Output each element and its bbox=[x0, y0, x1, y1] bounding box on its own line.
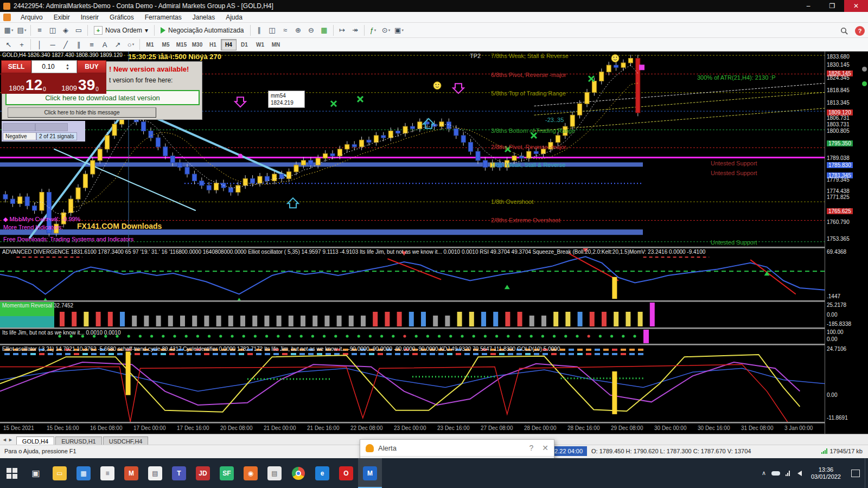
price-axis[interactable]: 1833.6801830.1451826.1451824.3451818.845… bbox=[825, 52, 868, 434]
opera-icon[interactable]: O bbox=[334, 458, 358, 488]
cursor-tool[interactable]: ↖ bbox=[2, 38, 15, 51]
indicators-icon[interactable]: ƒ▾ bbox=[367, 24, 380, 37]
timeframe-m1[interactable]: M1 bbox=[142, 39, 158, 50]
maximize-button[interactable]: ❐ bbox=[820, 0, 844, 12]
chart-window[interactable]: GOLD,H4 1826.340 1827.430 1808.390 1809.… bbox=[0, 52, 868, 434]
its-life-jim-panel[interactable] bbox=[0, 329, 825, 344]
timeframe-m15[interactable]: M15 bbox=[174, 39, 189, 50]
metatrader5-icon[interactable]: M bbox=[358, 458, 382, 488]
timeframe-m30[interactable]: M30 bbox=[189, 39, 205, 50]
lot-down-icon[interactable]: ▼ bbox=[66, 67, 69, 70]
crosshair-tool[interactable]: + bbox=[15, 38, 28, 51]
time-axis[interactable]: 15 Dec 202115 Dec 16:0016 Dec 08:0017 De… bbox=[0, 423, 825, 434]
line-chart-icon[interactable]: ≈ bbox=[279, 24, 292, 37]
store-icon[interactable]: ▦ bbox=[72, 458, 95, 488]
terminal-icon[interactable]: ▭ bbox=[72, 24, 85, 37]
metatrader4-icon[interactable]: M bbox=[119, 458, 143, 488]
shapes-tool[interactable]: ○▾ bbox=[124, 38, 137, 51]
alert-help-button[interactable]: ? bbox=[529, 444, 533, 452]
data-window-icon[interactable]: ◫ bbox=[46, 24, 59, 37]
navigator-icon[interactable]: ◈ bbox=[59, 24, 72, 37]
timeframe-m5[interactable]: M5 bbox=[158, 39, 174, 50]
horizontal-line-tool[interactable]: ─ bbox=[46, 38, 59, 51]
menu-item-arquivo[interactable]: Arquivo bbox=[15, 12, 48, 22]
buy-price[interactable]: 1809 39 0 bbox=[54, 73, 106, 94]
timeframe-d1[interactable]: D1 bbox=[237, 39, 252, 50]
timeframe-h1[interactable]: H1 bbox=[205, 39, 221, 50]
volume-icon[interactable] bbox=[794, 458, 806, 488]
new-order-button[interactable]: +Nova Ordem▾ bbox=[90, 24, 152, 36]
tabs-scroll-left-icon[interactable]: ◄ bbox=[2, 437, 7, 442]
network-icon[interactable] bbox=[782, 458, 794, 488]
elliot-oscillator-panel[interactable] bbox=[0, 345, 825, 422]
sourceforge-icon[interactable]: SF bbox=[215, 458, 239, 488]
timeframe-h4[interactable]: H4 bbox=[221, 39, 237, 50]
text-tool[interactable]: A bbox=[98, 38, 111, 51]
onenote-icon[interactable]: ▤ bbox=[263, 458, 286, 488]
timeframe-mn[interactable]: MN bbox=[268, 39, 284, 50]
menu-item-exibir[interactable]: Exibir bbox=[48, 12, 75, 22]
task-view-button[interactable]: ▣ bbox=[24, 458, 48, 488]
lot-size-input[interactable] bbox=[32, 62, 65, 71]
alert-close-button[interactable]: ✕ bbox=[542, 444, 548, 452]
firefox-icon[interactable]: ◉ bbox=[239, 458, 263, 488]
bar-chart-icon[interactable]: ∥ bbox=[253, 24, 266, 37]
menu-item-gráficos[interactable]: Gráficos bbox=[104, 12, 139, 22]
channel-tool[interactable]: ∥ bbox=[72, 38, 85, 51]
start-button[interactable] bbox=[0, 458, 24, 488]
minimize-button[interactable]: – bbox=[796, 0, 820, 12]
wordpad-icon[interactable]: ▤ bbox=[143, 458, 167, 488]
file-explorer-icon[interactable]: ▭ bbox=[48, 458, 72, 488]
sell-button[interactable]: SELL bbox=[1, 60, 31, 73]
lot-size-field[interactable]: ▲ ▼ bbox=[31, 60, 77, 73]
taskbar-clock[interactable]: 13:36 03/01/2022 bbox=[806, 466, 846, 480]
jdownloader-icon[interactable]: JD bbox=[191, 458, 215, 488]
lot-up-icon[interactable]: ▲ bbox=[66, 63, 69, 67]
fibonacci-tool[interactable]: ≡ bbox=[85, 38, 98, 51]
menu-item-ferramentas[interactable]: Ferramentas bbox=[139, 12, 187, 22]
advanced-divergence-panel[interactable] bbox=[0, 248, 825, 300]
chart-tab-usdchf-h4[interactable]: USDCHF,H4 bbox=[103, 436, 149, 445]
hide-message-button[interactable]: Click here to hide this message bbox=[8, 107, 156, 118]
menu-item-inserir[interactable]: Inserir bbox=[75, 12, 104, 22]
templates-icon[interactable]: ▣▾ bbox=[393, 24, 406, 37]
chart-tab-gold-h4[interactable]: GOLD,H4 bbox=[16, 436, 54, 445]
scale-marker-dot[interactable] bbox=[862, 81, 867, 86]
autotrading-button[interactable]: Negociação Automatizada bbox=[157, 24, 247, 36]
new-chart-icon[interactable]: ▦▾ bbox=[2, 24, 15, 37]
notepad-icon[interactable]: ≡ bbox=[95, 458, 119, 488]
time-axis-label: 28 Dec 16:00 bbox=[567, 425, 600, 431]
sell-price[interactable]: 1809 12 0 bbox=[1, 73, 54, 94]
search-icon[interactable] bbox=[838, 24, 851, 37]
candlestick-chart-icon[interactable]: ◫ bbox=[266, 24, 279, 37]
zoom-in-icon[interactable]: ⊕ bbox=[292, 24, 305, 37]
chrome-icon[interactable] bbox=[286, 458, 310, 488]
teams-icon[interactable]: T bbox=[167, 458, 191, 488]
zoom-out-icon[interactable]: ⊖ bbox=[305, 24, 318, 37]
arrow-tool[interactable]: ↗ bbox=[111, 38, 124, 51]
momentum-reversal-panel[interactable] bbox=[0, 302, 825, 328]
onedrive-icon[interactable] bbox=[770, 458, 782, 488]
menu-item-ajuda[interactable]: Ajuda bbox=[220, 12, 248, 22]
buy-button[interactable]: BUY bbox=[77, 60, 106, 73]
tabs-scroll-right-icon[interactable]: ► bbox=[8, 437, 13, 442]
tile-windows-icon[interactable]: ▦ bbox=[318, 24, 331, 37]
edge-icon[interactable]: e bbox=[310, 458, 334, 488]
menu-item-janelas[interactable]: Janelas bbox=[187, 12, 220, 22]
close-button[interactable]: ✕ bbox=[844, 0, 868, 12]
help-icon[interactable]: ? bbox=[855, 26, 865, 36]
chart-shift-icon[interactable]: ↠ bbox=[349, 24, 362, 37]
show-desktop-button[interactable] bbox=[865, 458, 868, 488]
profiles-icon[interactable]: ▤▾ bbox=[15, 24, 28, 37]
tray-chevron-icon[interactable]: ∧ bbox=[758, 458, 770, 488]
periods-icon[interactable]: ⊙▾ bbox=[380, 24, 393, 37]
chevron-down-icon: ▾ bbox=[401, 28, 404, 33]
trendline-tool[interactable]: ╱ bbox=[59, 38, 72, 51]
action-center-icon[interactable] bbox=[846, 458, 865, 488]
vertical-line-tool[interactable]: │ bbox=[33, 38, 46, 51]
market-watch-icon[interactable]: ≡ bbox=[33, 24, 46, 37]
scale-marker-dot[interactable] bbox=[862, 67, 867, 72]
auto-scroll-icon[interactable]: ↦ bbox=[336, 24, 349, 37]
chart-tab-eurusd-h1[interactable]: EURUSD,H1 bbox=[55, 436, 102, 445]
timeframe-w1[interactable]: W1 bbox=[252, 39, 268, 50]
